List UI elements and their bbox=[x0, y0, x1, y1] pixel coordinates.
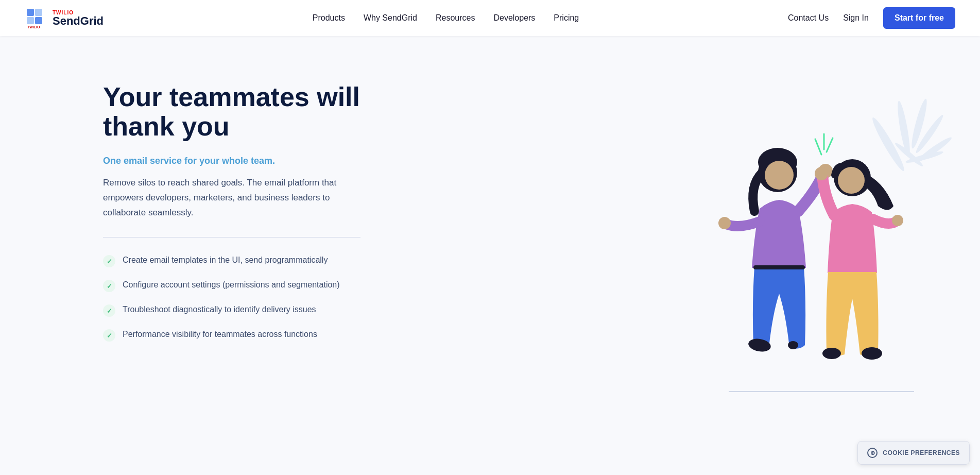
contact-us-link[interactable]: Contact Us bbox=[788, 13, 829, 23]
nav-link-why-sendgrid[interactable]: Why SendGrid bbox=[364, 13, 417, 22]
svg-point-26 bbox=[838, 167, 865, 194]
hero-description: Remove silos to reach shared goals. The … bbox=[103, 176, 360, 220]
feature-text-3: Troubleshoot diagnostically to identify … bbox=[123, 303, 316, 316]
svg-point-23 bbox=[788, 341, 798, 349]
feature-text-1: Create email templates in the UI, send p… bbox=[123, 254, 328, 266]
svg-rect-2 bbox=[35, 9, 42, 16]
svg-rect-24 bbox=[753, 265, 805, 269]
features-list: Create email templates in the UI, send p… bbox=[103, 254, 360, 342]
navbar: TWILIO TWILIO SendGrid Products Why Send… bbox=[0, 0, 980, 36]
logo-sendgrid-text: SendGrid bbox=[53, 15, 104, 27]
hero-subtitle: One email service for your whole team. bbox=[103, 156, 360, 166]
svg-line-14 bbox=[815, 139, 821, 155]
check-icon-3 bbox=[103, 304, 115, 317]
hero-divider bbox=[103, 237, 360, 237]
svg-text:TWILIO: TWILIO bbox=[27, 25, 40, 29]
svg-point-19 bbox=[765, 161, 794, 190]
svg-rect-3 bbox=[27, 17, 34, 24]
feature-item-4: Performance visibility for teammates acr… bbox=[103, 328, 360, 342]
nav-link-developers[interactable]: Developers bbox=[493, 13, 535, 22]
feature-item-3: Troubleshoot diagnostically to identify … bbox=[103, 303, 360, 317]
svg-point-28 bbox=[892, 215, 903, 226]
hero-content: Your teammates will thank you One email … bbox=[103, 72, 360, 342]
sendgrid-logo-icon: TWILIO bbox=[25, 7, 47, 29]
nav-link-products[interactable]: Products bbox=[313, 13, 345, 22]
cookie-preferences-bar[interactable]: ⊕ COOKiE PREFERENCES bbox=[857, 441, 970, 465]
feature-item-1: Create email templates in the UI, send p… bbox=[103, 254, 360, 267]
teammates-illustration bbox=[687, 72, 955, 407]
sign-in-link[interactable]: Sign In bbox=[843, 13, 869, 23]
svg-rect-1 bbox=[27, 9, 34, 16]
svg-point-30 bbox=[862, 347, 882, 360]
check-icon-1 bbox=[103, 255, 115, 267]
svg-line-15 bbox=[827, 138, 833, 152]
cookie-icon: ⊕ bbox=[867, 448, 878, 458]
feature-item-2: Configure account settings (permissions … bbox=[103, 279, 360, 292]
logo-text-group: TWILIO SendGrid bbox=[53, 10, 104, 27]
nav-link-resources[interactable]: Resources bbox=[436, 13, 475, 22]
svg-point-21 bbox=[718, 217, 731, 229]
svg-point-29 bbox=[822, 348, 841, 359]
nav-right-actions: Contact Us Sign In Start for free bbox=[788, 7, 955, 29]
check-icon-4 bbox=[103, 329, 115, 342]
nav-links-list: Products Why SendGrid Resources Develope… bbox=[313, 13, 579, 23]
svg-rect-4 bbox=[35, 17, 42, 24]
cookie-label: COOKiE PREFERENCES bbox=[883, 449, 960, 456]
feature-text-4: Performance visibility for teammates acr… bbox=[123, 328, 317, 341]
check-icon-2 bbox=[103, 280, 115, 292]
logo-link[interactable]: TWILIO TWILIO SendGrid bbox=[25, 7, 104, 29]
svg-point-27 bbox=[815, 167, 828, 180]
start-for-free-button[interactable]: Start for free bbox=[883, 7, 955, 29]
feature-text-2: Configure account settings (permissions … bbox=[123, 279, 340, 291]
hero-title: Your teammates will thank you bbox=[103, 82, 360, 141]
hero-illustration bbox=[687, 72, 955, 407]
hero-section: Your teammates will thank you One email … bbox=[0, 36, 980, 475]
nav-link-pricing[interactable]: Pricing bbox=[554, 13, 579, 22]
